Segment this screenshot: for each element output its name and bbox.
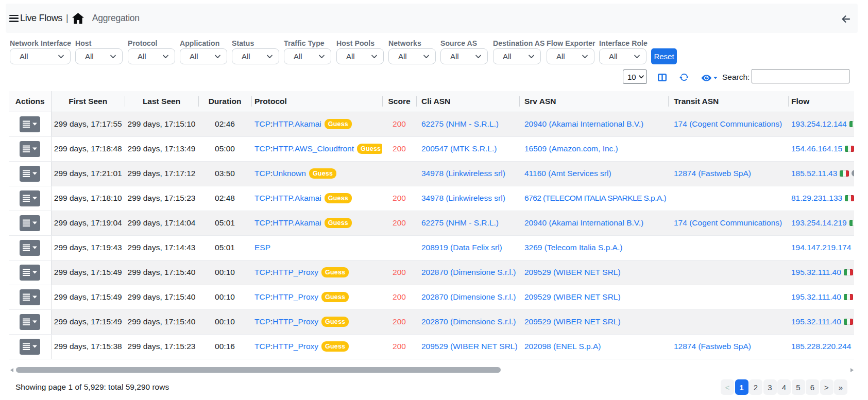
row-actions-button[interactable] [20, 116, 40, 132]
cli-asn-link[interactable]: 62275 (NHM - S.R.L.) [421, 218, 499, 227]
scroll-right-arrow-icon[interactable] [850, 368, 854, 372]
page-length-select[interactable]: 10 [623, 69, 647, 84]
eye-icon[interactable] [701, 74, 718, 83]
filter-select-status[interactable]: All [232, 48, 279, 64]
flow-ip-link[interactable]: 193.254.12.144 [791, 119, 847, 128]
column-header-transit-asn[interactable]: Transit ASN [668, 91, 788, 112]
protocol-l7-link[interactable]: HTTP.AWS_Cloudfront [273, 144, 354, 153]
column-header-actions[interactable]: Actions [9, 91, 51, 112]
pagination-item[interactable]: > [820, 379, 833, 395]
column-header-score[interactable]: Score [382, 91, 416, 112]
protocol-l7-link[interactable]: HTTP.Akamai [273, 194, 321, 202]
srv-asn-link[interactable]: 209529 (WIBER NET SRL) [524, 317, 621, 326]
column-header-cli-asn[interactable]: Cli ASN [416, 91, 519, 112]
flow-ip-link[interactable]: 185.52.11.43 [791, 169, 837, 178]
protocol-l4-link[interactable]: ESP [254, 243, 270, 252]
flow-ip-link[interactable]: 195.32.111.40 [791, 292, 841, 301]
srv-asn-link[interactable]: 20940 (Akamai International B.V.) [524, 218, 643, 227]
protocol-l4-link[interactable]: TCP [254, 119, 270, 128]
flow-ip-link[interactable]: 154.46.164.15 [791, 144, 842, 153]
flow-ip-link[interactable]: 195.32.111.40 [791, 268, 841, 276]
column-header-last-seen[interactable]: Last Seen [125, 91, 198, 112]
transit-asn-link[interactable]: 12874 (Fastweb SpA) [674, 342, 751, 351]
protocol-l7-link[interactable]: HTTP.Akamai [273, 119, 321, 128]
cli-asn-link[interactable]: 202870 (Dimensione S.r.l.) [421, 268, 516, 276]
cli-asn-link[interactable]: 34978 (Linkwireless srl) [421, 194, 505, 202]
protocol-l4-link[interactable]: TCP [254, 268, 270, 276]
cli-asn-link[interactable]: 200547 (MTK S.R.L.) [421, 144, 497, 153]
protocol-l4-link[interactable]: TCP [254, 169, 270, 178]
pagination-item[interactable]: » [834, 379, 847, 395]
row-actions-button[interactable] [20, 190, 40, 206]
flow-ip-link[interactable]: 193.254.14.219 [791, 218, 847, 227]
flow-ip-link[interactable]: 195.32.111.40 [791, 317, 841, 326]
srv-asn-link[interactable]: 3269 (Telecom Italia S.p.A.) [524, 243, 622, 252]
protocol-l7-link[interactable]: HTTP.Akamai [273, 218, 321, 227]
filter-select-traffic-type[interactable]: All [284, 48, 331, 64]
protocol-l7-link[interactable]: HTTP_Proxy [273, 317, 318, 326]
srv-asn-link[interactable]: 6762 (TELECOM ITALIA SPARKLE S.p.A.) [524, 194, 666, 202]
pagination-item[interactable]: 3 [763, 379, 777, 395]
row-actions-button[interactable] [20, 339, 40, 355]
columns-icon[interactable] [658, 74, 667, 83]
column-header-protocol[interactable]: Protocol [251, 91, 382, 112]
srv-asn-link[interactable]: 16509 (Amazon.com, Inc.) [524, 144, 618, 153]
protocol-l4-link[interactable]: TCP [254, 218, 270, 227]
protocol-l7-link[interactable]: HTTP_Proxy [273, 268, 318, 276]
protocol-l4-link[interactable]: TCP [254, 194, 270, 202]
pagination-item[interactable]: 2 [749, 379, 762, 395]
flow-ip-link[interactable]: 185.228.220.244 [791, 342, 851, 351]
srv-asn-link[interactable]: 209529 (WIBER NET SRL) [524, 268, 621, 276]
scrollbar-thumb[interactable] [16, 367, 501, 373]
filter-select-source-as[interactable]: All [440, 48, 488, 64]
filter-select-protocol[interactable]: All [128, 48, 175, 64]
home-icon[interactable] [72, 13, 84, 24]
pagination-item-active[interactable]: 1 [735, 379, 748, 395]
filter-select-application[interactable]: All [180, 48, 227, 64]
transit-asn-link[interactable]: 174 (Cogent Communications) [674, 218, 782, 227]
filter-select-networks[interactable]: All [388, 48, 436, 64]
protocol-l4-link[interactable]: TCP [254, 292, 270, 301]
row-actions-button[interactable] [20, 314, 40, 330]
row-actions-button[interactable] [20, 166, 40, 182]
protocol-l4-link[interactable]: TCP [254, 342, 270, 351]
cli-asn-link[interactable]: 202870 (Dimensione S.r.l.) [421, 317, 516, 326]
pagination-item[interactable]: 6 [806, 379, 819, 395]
search-input[interactable] [752, 69, 849, 83]
row-actions-button[interactable] [20, 240, 40, 256]
scroll-left-arrow-icon[interactable] [10, 368, 13, 372]
back-arrow-icon[interactable] [840, 13, 852, 25]
cli-asn-link[interactable]: 62275 (NHM - S.R.L.) [421, 119, 499, 128]
cli-asn-link[interactable]: 34978 (Linkwireless srl) [421, 169, 505, 178]
filter-select-network-interface[interactable]: All [10, 48, 71, 64]
row-actions-button[interactable] [20, 265, 40, 281]
column-header-duration[interactable]: Duration [198, 91, 251, 112]
filter-select-destination-as[interactable]: All [493, 48, 541, 64]
row-actions-button[interactable] [20, 289, 40, 305]
protocol-l7-link[interactable]: HTTP_Proxy [273, 292, 318, 301]
pagination-item[interactable]: < [721, 379, 734, 395]
cli-asn-link[interactable]: 202870 (Dimensione S.r.l.) [421, 292, 516, 301]
protocol-l4-link[interactable]: TCP [254, 317, 270, 326]
flow-ip-link[interactable]: 194.147.219.174 [791, 243, 851, 252]
protocol-l7-link[interactable]: HTTP_Proxy [273, 342, 318, 351]
filter-select-host-pools[interactable]: All [336, 48, 384, 64]
row-actions-button[interactable] [20, 215, 40, 231]
transit-asn-link[interactable]: 174 (Cogent Communications) [674, 119, 782, 128]
protocol-l7-link[interactable]: Unknown [273, 169, 306, 178]
cli-asn-link[interactable]: 208919 (Data Felix srl) [421, 243, 502, 252]
srv-asn-link[interactable]: 202098 (ENEL S.p.A) [524, 342, 601, 351]
cli-asn-link[interactable]: 209529 (WIBER NET SRL) [421, 342, 518, 351]
column-header-flow[interactable]: Flow [788, 91, 854, 112]
refresh-icon[interactable] [679, 73, 689, 84]
flow-ip-link[interactable]: 81.29.231.133 [791, 194, 842, 202]
protocol-l4-link[interactable]: TCP [254, 144, 270, 153]
srv-asn-link[interactable]: 209529 (WIBER NET SRL) [524, 292, 621, 301]
column-header-srv-asn[interactable]: Srv ASN [519, 91, 668, 112]
srv-asn-link[interactable]: 41160 (Amt Services srl) [524, 169, 611, 178]
srv-asn-link[interactable]: 20940 (Akamai International B.V.) [524, 119, 643, 128]
filter-select-host[interactable]: All [75, 48, 123, 64]
transit-asn-link[interactable]: 12874 (Fastweb SpA) [674, 169, 751, 178]
pagination-item[interactable]: 5 [792, 379, 805, 395]
reset-button[interactable]: Reset [651, 48, 677, 64]
